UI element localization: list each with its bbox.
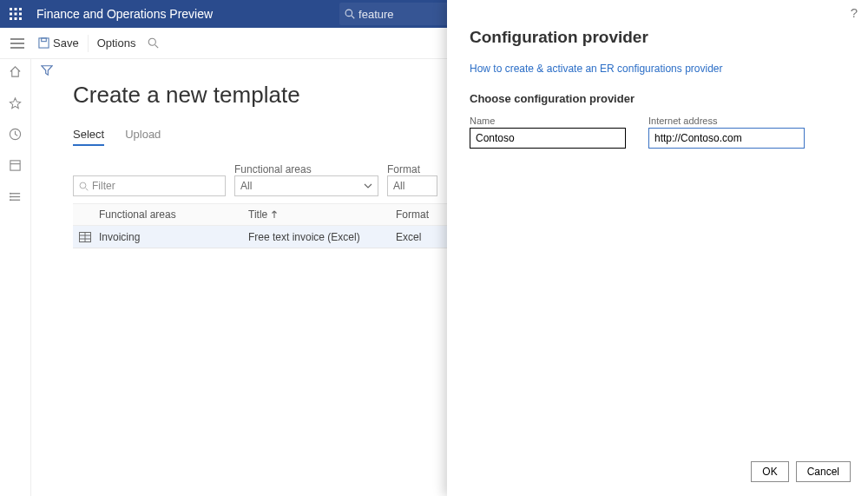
svg-line-17 — [155, 45, 159, 49]
filter-icon[interactable] — [41, 64, 53, 80]
svg-rect-6 — [10, 17, 12, 20]
svg-line-28 — [86, 188, 89, 190]
name-field: Name — [470, 116, 626, 149]
svg-rect-1 — [15, 8, 17, 10]
row-icon — [73, 232, 97, 242]
filter-placeholder: Filter — [92, 180, 115, 192]
nav-workspaces-icon[interactable] — [0, 155, 30, 175]
global-search[interactable]: feature — [339, 3, 452, 25]
action-search-button[interactable] — [142, 28, 168, 58]
svg-rect-7 — [15, 17, 17, 20]
filter-column — [31, 59, 62, 496]
panel-footer: OK Cancel — [447, 453, 868, 496]
functional-areas-filter: Functional areas All — [234, 163, 378, 196]
filter-input[interactable]: Filter — [73, 175, 226, 196]
filter-box: Filter — [73, 162, 226, 196]
divider — [88, 35, 89, 52]
app-title: Finance and Operations Preview — [31, 7, 218, 21]
save-icon — [38, 37, 49, 49]
svg-line-10 — [352, 16, 354, 18]
svg-rect-8 — [19, 17, 22, 20]
nav-rail — [0, 59, 31, 496]
sort-asc-icon — [271, 210, 278, 219]
panel-help-link[interactable]: How to create & activate an ER configura… — [447, 50, 868, 78]
chevron-down-icon — [364, 182, 372, 190]
svg-point-24 — [10, 192, 11, 194]
svg-point-25 — [10, 195, 11, 197]
cancel-button[interactable]: Cancel — [796, 461, 851, 482]
functional-areas-value: All — [240, 180, 252, 192]
grid-header-format[interactable]: Format — [396, 208, 444, 221]
svg-rect-5 — [19, 13, 22, 16]
url-field: Internet address — [648, 116, 805, 149]
svg-rect-14 — [39, 38, 49, 48]
ok-button[interactable]: OK — [751, 461, 788, 482]
svg-point-16 — [149, 38, 156, 45]
app-launcher-icon[interactable] — [0, 0, 31, 28]
svg-rect-2 — [19, 8, 22, 10]
svg-point-27 — [80, 182, 86, 188]
tab-select[interactable]: Select — [73, 128, 104, 146]
options-label: Options — [97, 36, 136, 50]
config-provider-panel: ? Configuration provider How to create &… — [447, 0, 868, 496]
functional-areas-select[interactable]: All — [234, 175, 378, 196]
format-label: Format — [387, 163, 437, 175]
panel-title: Configuration provider — [447, 0, 868, 50]
url-label: Internet address — [648, 116, 805, 126]
row-format: Excel — [396, 231, 444, 243]
save-label: Save — [53, 36, 79, 50]
grid-header-title[interactable]: Title — [248, 208, 396, 221]
tab-upload[interactable]: Upload — [125, 128, 161, 146]
svg-rect-3 — [10, 13, 12, 16]
search-text: feature — [358, 8, 393, 21]
form-row: Name Internet address — [447, 110, 868, 154]
functional-areas-label: Functional areas — [234, 163, 378, 175]
hamburger-icon[interactable] — [3, 38, 31, 49]
nav-modules-icon[interactable] — [0, 186, 30, 207]
nav-favorites-icon[interactable] — [0, 92, 30, 113]
options-button[interactable]: Options — [90, 28, 143, 58]
svg-rect-19 — [10, 160, 20, 169]
name-input[interactable] — [470, 128, 626, 149]
help-icon[interactable]: ? — [851, 5, 858, 20]
nav-home-icon[interactable] — [0, 61, 30, 82]
format-filter: Format All — [387, 163, 437, 196]
grid-header-functional-areas[interactable]: Functional areas — [97, 208, 248, 221]
url-input[interactable] — [648, 128, 805, 149]
svg-point-26 — [10, 199, 11, 201]
svg-rect-4 — [15, 13, 17, 16]
format-select[interactable]: All — [387, 175, 437, 196]
svg-rect-15 — [42, 38, 47, 42]
panel-subtitle: Choose configuration provider — [447, 78, 868, 110]
grid-header-title-text: Title — [248, 208, 267, 221]
name-label: Name — [470, 116, 626, 126]
row-functional-area: Invoicing — [97, 231, 248, 243]
save-button[interactable]: Save — [31, 28, 86, 58]
svg-point-9 — [345, 10, 352, 17]
svg-rect-0 — [10, 8, 12, 10]
search-icon — [345, 9, 355, 19]
search-icon — [148, 37, 159, 49]
row-title: Free text invoice (Excel) — [248, 231, 396, 243]
nav-recent-icon[interactable] — [0, 123, 30, 144]
format-value: All — [393, 180, 404, 192]
search-icon — [79, 182, 89, 191]
